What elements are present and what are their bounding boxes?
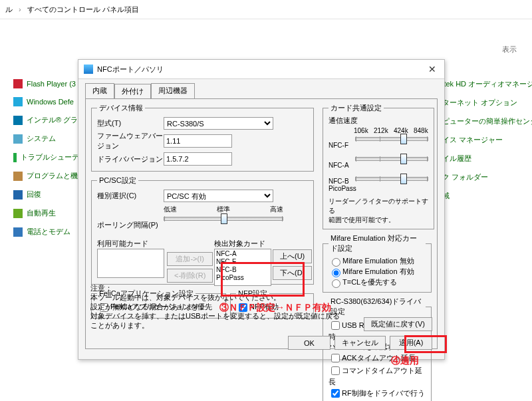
mifare-legend: Mifare Emulation 対応カード設定 [329,233,426,253]
card-speed-label: 通信速度 [329,116,428,126]
card-speed-slider[interactable] [355,176,428,194]
titlebar: NFCポート／パソリ ✕ [78,60,444,79]
avail-label: 利用可能カード [97,239,164,249]
avail-listbox[interactable] [97,249,164,278]
bc-sep: › [15,5,25,13]
cp-item[interactable]: 回復 [13,190,86,200]
cp-item[interactable]: 電話とモデム [13,227,86,237]
cancel-button[interactable]: キャンセル [334,336,386,350]
model-label: 型式(T) [97,118,164,128]
cp-link[interactable]: プログラムと機能 [27,171,85,181]
tab-external[interactable]: 外付け [114,84,151,99]
cp-icon [13,190,23,200]
pcsc-legend: PC/SC設定 [97,176,138,186]
cp-item[interactable]: システム [13,134,86,144]
cp-icon [13,134,23,144]
breadcrumb: ル › すべてのコントロール パネル項目 [0,0,532,19]
up-button[interactable]: 上へ(U) [273,249,312,263]
speed-std: 標準 [217,205,230,214]
cp-item[interactable]: Flash Player (3 [13,79,86,88]
cp-icon [13,172,23,181]
poll-slider[interactable] [164,215,283,234]
annotation-apply: ④適用 [391,355,419,367]
cp-icon [13,153,17,162]
speed-high: 高速 [270,205,283,214]
tab-internal[interactable]: 内蔵 [85,83,114,98]
card-legend: カード共通設定 [329,103,384,113]
drv-label: ドライババージョン [97,154,164,164]
card-speed-slider[interactable] [355,156,428,174]
cp-item[interactable]: トラブルシューティ [13,152,86,162]
cp-link[interactable]: 自動再生 [27,208,56,218]
cp-item[interactable]: ピューターの簡単操作センター [442,116,532,126]
pcsc-sel-label: 種別選択(C) [97,191,164,201]
cp-link[interactable]: 電話とモデム [27,227,70,237]
bc-part: ル [5,5,13,13]
card-row-label: NFC-B PicoPass [329,178,355,192]
cp-item[interactable]: イル履歴 [442,154,532,164]
cp-link[interactable]: 回復 [27,190,41,200]
cp-link[interactable]: ターネット オプション [442,98,517,108]
cp-link[interactable]: ク フォルダー [442,172,488,182]
drv-c3[interactable]: コマンドタイムアウト延長 [329,366,422,386]
bc-part: すべてのコントロール パネル項目 [27,5,139,13]
cp-item[interactable]: ltek HD オーディオマネージャ [442,79,532,89]
cp-item[interactable]: プログラムと機能 [13,171,86,181]
cp-link[interactable]: システム [27,134,56,144]
control-panel-items-left: Flash Player (3Windows Defeインテル® グラフシステム… [13,79,86,245]
cp-link[interactable]: イル履歴 [442,154,471,164]
close-icon[interactable]: ✕ [426,60,439,78]
cp-link[interactable]: トラブルシューティ [21,152,86,162]
app-icon [84,65,93,74]
det-label: 検出対象カード [214,239,271,249]
device-info-group: デバイス情報 型式(T) RC-S380/S ファームウェアバージョン ドライバ… [91,103,314,172]
highlight-apply [404,335,447,353]
tab-peripheral[interactable]: 周辺機器 [151,83,195,98]
speed-low: 低速 [164,205,177,214]
remove-button[interactable]: <-削除(R) [167,269,213,283]
cp-item[interactable]: 域 [442,191,532,201]
cp-link[interactable]: ltek HD オーディオマネージャ [442,79,532,89]
cp-icon [13,97,23,106]
cp-item[interactable]: イス マネージャー [442,135,532,145]
cp-item[interactable]: Windows Defe [13,97,86,106]
drv-c4[interactable]: RF制御をドライバで行う [329,389,425,397]
cp-icon [13,209,23,218]
annotation-nfp: ③ＮＦＰ設定→ＮＦＰ有効 [219,302,331,314]
fw-label: ファームウェアバージョン [97,131,164,151]
ok-button[interactable]: OK [288,336,331,350]
view-menu[interactable]: 表示 [502,45,529,55]
card-common-group: カード共通設定 通信速度 106k212k424k848k NFC-FNFC-A… [323,103,434,229]
card-row-label: NFC-A [329,162,355,169]
cp-icon [13,79,23,88]
nfc-dialog: NFCポート／パソリ ✕ 内蔵 外付け 周辺機器 デバイス情報 型式(T) RC… [78,59,445,360]
drv-field [164,152,232,166]
cp-item[interactable]: ターネット オプション [442,98,532,108]
dialog-title: NFCポート／パソリ [97,60,164,78]
card-row-label: NFC-F [329,142,355,149]
cp-item[interactable]: インテル® グラフ [13,115,86,125]
cp-icon [13,227,23,237]
cp-icon [13,116,23,125]
fw-field [164,134,232,148]
cp-link[interactable]: Flash Player (3 [27,80,76,88]
defaults-button[interactable]: 既定値に戻す(V) [364,317,432,331]
cp-link[interactable]: インテル® グラフ [27,115,85,125]
add-button[interactable]: 追加->(I) [167,252,213,266]
card-note: リーダー／ライターのサポートする 範囲で使用可能です。 [329,197,428,225]
model-select[interactable]: RC-S380/S [164,117,273,130]
card-speed-slider[interactable] [355,136,428,154]
cp-link[interactable]: イス マネージャー [442,135,503,145]
cp-item[interactable]: ク フォルダー [442,172,532,182]
control-panel-items-right: ltek HD オーディオマネージャターネット オプションピューターの簡単操作セ… [442,79,532,209]
highlight-nfp [221,262,305,297]
cp-link[interactable]: ピューターの簡単操作センター [442,116,532,126]
poll-label: ポーリング間隔(P) [97,220,164,230]
pcsc-sel-select[interactable]: PC/SC 有効 [164,190,273,202]
cp-link[interactable]: Windows Defe [27,98,74,106]
mifare-r1[interactable]: Mifare Emulation 無効 [329,257,414,265]
mifare-r2[interactable]: Mifare Emulation 有効 [329,267,414,275]
cp-item[interactable]: 自動再生 [13,208,86,218]
device-info-legend: デバイス情報 [97,103,145,113]
